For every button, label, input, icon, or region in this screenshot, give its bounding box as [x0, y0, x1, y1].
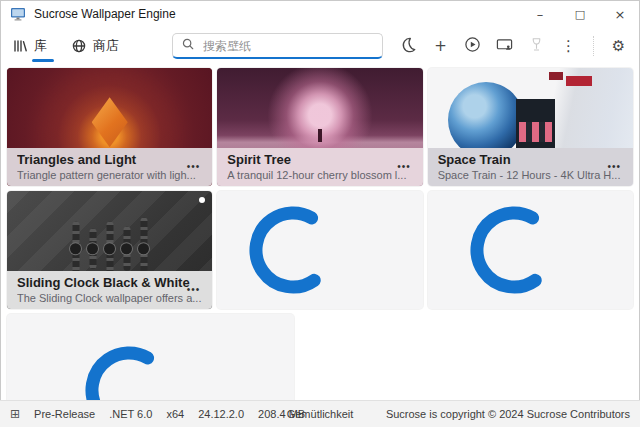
gear-icon: ⚙	[612, 37, 625, 55]
wallpaper-card-loading	[217, 191, 422, 309]
toolbar-actions: +	[399, 35, 628, 57]
badge-dot	[199, 197, 205, 203]
wallpaper-card-loading	[7, 314, 294, 400]
status-app-version: 24.12.2.0	[198, 408, 244, 420]
card-more-button[interactable]: •••	[183, 159, 205, 174]
diamond-shape	[92, 97, 128, 147]
sign-shape	[549, 72, 563, 80]
ellipsis-icon: •••	[397, 161, 411, 172]
status-center-text: Gemütlichkeit	[287, 408, 354, 420]
status-dotnet-version: .NET 6.0	[109, 408, 152, 420]
settings-button[interactable]: ⚙	[609, 35, 628, 57]
tab-store-label: 商店	[93, 37, 119, 55]
wallpaper-description: A tranquil 12-hour cherry blossom l...	[227, 168, 412, 182]
window-title: Sucrose Wallpaper Engine	[34, 7, 176, 21]
ellipsis-icon: •••	[187, 161, 201, 172]
wallpaper-card-loading	[428, 191, 633, 309]
tab-library[interactable]: 库	[12, 29, 47, 63]
wallpaper-card-spirit-tree[interactable]: Spirit Tree A tranquil 12-hour cherry bl…	[217, 68, 422, 186]
grid-icon: ⊞	[10, 407, 20, 421]
search-box[interactable]	[172, 33, 383, 59]
tab-library-label: 库	[34, 37, 47, 55]
status-release-channel: Pre-Release	[34, 408, 95, 420]
ellipsis-icon: •••	[187, 284, 201, 295]
wallpaper-description: Space Train - 12 Hours - 4K Ultra H...	[438, 168, 623, 182]
card-footer: Sliding Clock Black & White The Sliding …	[7, 271, 212, 309]
tree-trunk-shape	[318, 129, 322, 142]
plus-icon: +	[434, 37, 447, 55]
wallpaper-title: Spirit Tree	[227, 151, 412, 168]
ellipsis-icon: •••	[607, 161, 621, 172]
wallpaper-title: Space Train	[438, 151, 623, 168]
theme-toggle-button[interactable]	[399, 35, 418, 57]
loading-spinner-icon	[247, 204, 339, 296]
play-button[interactable]	[463, 35, 482, 57]
wine-glass-icon	[529, 37, 544, 55]
library-icon	[12, 38, 28, 54]
active-tab-indicator	[32, 59, 54, 62]
wallpaper-description: Triangle pattern generator with ligh...	[17, 168, 202, 182]
screen-user-icon	[496, 36, 513, 56]
wallpaper-grid-area: Triangles and Light Triangle pattern gen…	[0, 64, 640, 400]
card-more-button[interactable]: •••	[393, 159, 415, 174]
search-input[interactable]	[201, 38, 374, 54]
play-circle-icon	[464, 36, 481, 56]
display-settings-button[interactable]	[495, 35, 514, 57]
card-footer: Space Train Space Train - 12 Hours - 4K …	[428, 148, 633, 186]
donate-button[interactable]	[527, 35, 546, 57]
earth-shape	[448, 82, 524, 158]
card-more-button[interactable]: •••	[603, 159, 625, 174]
status-bar: ⊞ Pre-Release .NET 6.0 x64 24.12.2.0 208…	[0, 400, 640, 427]
minimize-button[interactable]: –	[520, 0, 560, 28]
close-button[interactable]: ×	[600, 0, 640, 28]
wallpaper-description: The Sliding Clock wallpaper offers a...	[17, 291, 202, 305]
card-footer: Triangles and Light Triangle pattern gen…	[7, 148, 212, 186]
search-icon	[181, 37, 195, 55]
wallpaper-card-space-train[interactable]: Space Train Space Train - 12 Hours - 4K …	[428, 68, 633, 186]
status-architecture: x64	[166, 408, 184, 420]
toolbar: 库 商店	[0, 28, 640, 64]
window-controls: – □ ×	[520, 0, 640, 28]
wallpaper-card-sliding-clock[interactable]: Sliding Clock Black & White The Sliding …	[7, 191, 212, 309]
tab-store[interactable]: 商店	[71, 29, 119, 63]
loading-spinner-icon	[468, 204, 560, 296]
wallpaper-title: Sliding Clock Black & White	[17, 274, 202, 291]
wallpaper-title: Triangles and Light	[17, 151, 202, 168]
wallpaper-grid: Triangles and Light Triangle pattern gen…	[7, 68, 633, 309]
app-logo-icon	[10, 6, 26, 22]
more-options-button[interactable]: ⋮	[559, 35, 578, 57]
grid-row-3	[7, 314, 633, 400]
card-footer: Spirit Tree A tranquil 12-hour cherry bl…	[217, 148, 422, 186]
title-bar: Sucrose Wallpaper Engine – □ ×	[0, 0, 640, 28]
toolbar-separator	[593, 36, 594, 56]
loading-spinner-icon	[83, 344, 175, 400]
sign-shape	[566, 76, 592, 86]
crescent-moon-icon	[400, 36, 417, 56]
store-icon	[71, 38, 87, 54]
maximize-button[interactable]: □	[560, 0, 600, 28]
nav-tabs: 库 商店	[12, 29, 119, 63]
status-left-group: ⊞ Pre-Release .NET 6.0 x64 24.12.2.0 208…	[10, 407, 305, 421]
status-copyright: Sucrose is copyright © 2024 Sucrose Cont…	[386, 408, 630, 420]
app-window: Sucrose Wallpaper Engine – □ × 库	[0, 0, 640, 427]
kebab-menu-icon: ⋮	[561, 37, 576, 55]
card-more-button[interactable]: •••	[183, 282, 205, 297]
wallpaper-card-triangles-and-light[interactable]: Triangles and Light Triangle pattern gen…	[7, 68, 212, 186]
add-wallpaper-button[interactable]: +	[431, 35, 450, 57]
